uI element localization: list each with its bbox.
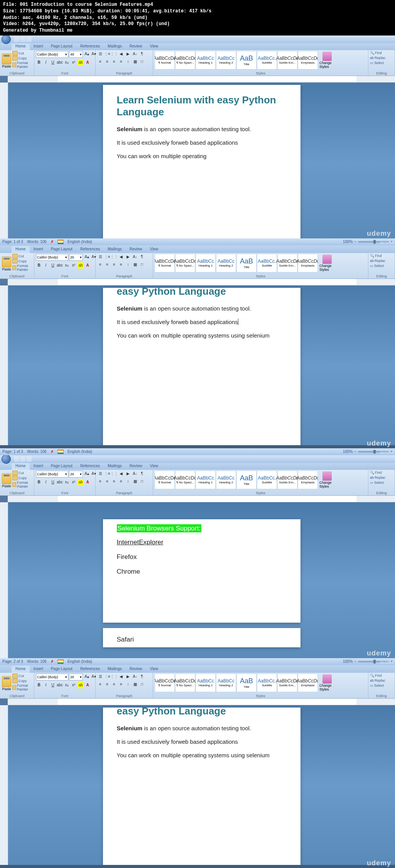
spell-check-icon[interactable]: ✗ bbox=[51, 240, 54, 244]
font-name-select[interactable]: Calibri (Body)▾ bbox=[36, 51, 68, 58]
align-center-button[interactable]: ≡ bbox=[104, 59, 110, 65]
tab-insert[interactable]: Insert bbox=[30, 666, 47, 673]
cut-button[interactable]: Cut bbox=[12, 254, 32, 258]
tab-page-layout[interactable]: Page Layout bbox=[47, 43, 76, 50]
style-gallery[interactable]: AaBbCcDc¶ Normal AaBbCcDc¶ No Spaci... A… bbox=[155, 51, 318, 69]
highlight-button[interactable]: ab bbox=[78, 262, 84, 269]
font-size-select[interactable]: 26▾ bbox=[69, 254, 83, 261]
tab-mailings[interactable]: Mailings bbox=[104, 43, 126, 50]
subscript-button[interactable]: x₂ bbox=[64, 262, 70, 269]
underline-button[interactable]: U bbox=[50, 262, 56, 269]
horizontal-ruler[interactable] bbox=[8, 699, 395, 705]
font-name-select[interactable]: Calibri (Body)▾ bbox=[36, 471, 68, 478]
style-subtitle[interactable]: AaBbCc.Subtitle bbox=[257, 51, 277, 69]
tab-page-layout[interactable]: Page Layout bbox=[47, 463, 76, 470]
style-gallery[interactable]: AaBbCcDc¶ Normal AaBbCcDc¶ No Spaci... A… bbox=[155, 674, 318, 692]
line-spacing-button[interactable]: ↕ bbox=[125, 59, 131, 65]
tab-insert[interactable]: Insert bbox=[30, 43, 47, 50]
style-title[interactable]: AaBTitle bbox=[236, 254, 257, 272]
tab-references[interactable]: References bbox=[76, 43, 104, 50]
tab-page-layout[interactable]: Page Layout bbox=[47, 666, 76, 673]
zoom-out-button[interactable]: − bbox=[354, 240, 356, 244]
office-button[interactable] bbox=[2, 35, 11, 44]
grow-font-button[interactable]: A▴ bbox=[84, 51, 90, 57]
paste-button[interactable]: Paste bbox=[2, 254, 12, 274]
tab-view[interactable]: View bbox=[146, 666, 162, 673]
strike-button[interactable]: abc bbox=[57, 262, 63, 269]
select-button[interactable]: ▭Select bbox=[370, 61, 384, 65]
style-heading1[interactable]: AaBbCcHeading 1 bbox=[196, 51, 216, 69]
tab-review[interactable]: Review bbox=[126, 43, 146, 50]
strike-button[interactable]: abc bbox=[57, 59, 63, 66]
format-painter-button[interactable]: Format Painter bbox=[12, 684, 32, 691]
style-no-spacing[interactable]: AaBbCcDc¶ No Spaci... bbox=[175, 254, 195, 272]
tab-review[interactable]: Review bbox=[126, 666, 146, 673]
font-name-select[interactable]: Calibri (Body)▾ bbox=[36, 254, 68, 261]
font-size-select[interactable]: 48▾ bbox=[69, 51, 83, 58]
horizontal-ruler[interactable] bbox=[8, 279, 395, 285]
increase-indent-button[interactable]: ▶ bbox=[125, 51, 131, 57]
page-indicator[interactable]: Page: 2 of 3 bbox=[2, 659, 23, 664]
tab-home[interactable]: Home bbox=[12, 666, 30, 673]
tab-references[interactable]: References bbox=[76, 666, 104, 673]
style-subtle-em[interactable]: AaBbCcDcSubtle Em... bbox=[277, 254, 297, 272]
justify-button[interactable]: ≡ bbox=[118, 59, 124, 65]
vertical-ruler[interactable] bbox=[0, 285, 8, 445]
shading-button[interactable]: ▦ bbox=[132, 59, 138, 65]
show-marks-button[interactable]: ¶ bbox=[139, 51, 145, 57]
document-area[interactable]: easy Python Language Selenium is an open… bbox=[8, 285, 395, 445]
font-color-button[interactable]: A bbox=[84, 59, 91, 66]
subscript-button[interactable]: x₂ bbox=[64, 59, 70, 66]
change-styles-button[interactable]: Change Styles bbox=[319, 471, 336, 489]
align-right-button[interactable]: ≡ bbox=[111, 59, 117, 65]
horizontal-ruler[interactable] bbox=[8, 496, 395, 502]
highlight-button[interactable]: ab bbox=[78, 59, 84, 66]
font-size-select[interactable]: 26▾ bbox=[69, 674, 83, 681]
style-normal[interactable]: AaBbCcDc¶ Normal bbox=[155, 51, 175, 69]
horizontal-ruler[interactable] bbox=[8, 76, 395, 83]
font-color-button[interactable]: A bbox=[84, 262, 91, 269]
format-painter-button[interactable]: Format Painter bbox=[12, 61, 32, 69]
word-count[interactable]: Words: 106 bbox=[27, 240, 47, 244]
cut-button[interactable]: Cut bbox=[12, 51, 32, 56]
sort-button[interactable]: A↓ bbox=[132, 51, 138, 57]
find-button[interactable]: 🔍Find bbox=[370, 51, 382, 55]
page-indicator[interactable]: Page: 1 of 3 bbox=[2, 449, 23, 454]
zoom-level[interactable]: 100% bbox=[343, 240, 353, 244]
tab-home[interactable]: Home bbox=[12, 246, 30, 253]
font-name-select[interactable]: Calibri (Body)▾ bbox=[36, 674, 68, 681]
style-heading2[interactable]: AaBbCcHeading 2 bbox=[216, 254, 236, 272]
language-indicator[interactable]: English (India) bbox=[68, 449, 92, 454]
style-emphasis[interactable]: AaBbCcDcEmphasis bbox=[298, 254, 318, 272]
style-heading2[interactable]: AaBbCcHeading 2 bbox=[216, 51, 236, 69]
tab-insert[interactable]: Insert bbox=[30, 246, 47, 253]
vertical-ruler[interactable] bbox=[0, 83, 8, 242]
office-button[interactable] bbox=[2, 455, 11, 464]
bold-button[interactable]: B bbox=[36, 59, 42, 66]
numbering-button[interactable]: ⋮≡ bbox=[104, 51, 110, 57]
style-subtitle[interactable]: AaBbCc.Subtitle bbox=[257, 254, 277, 272]
select-button[interactable]: ▭Select bbox=[370, 264, 384, 268]
document-area[interactable]: easy Python Language Selenium is an open… bbox=[8, 705, 395, 865]
style-emphasis[interactable]: AaBbCcDcEmphasis bbox=[298, 51, 318, 69]
italic-button[interactable]: I bbox=[43, 59, 49, 66]
tab-view[interactable]: View bbox=[146, 463, 162, 470]
tab-mailings[interactable]: Mailings bbox=[104, 463, 126, 470]
tab-view[interactable]: View bbox=[146, 43, 162, 50]
paste-button[interactable]: Paste bbox=[2, 471, 12, 491]
tab-references[interactable]: References bbox=[76, 246, 104, 253]
tab-view[interactable]: View bbox=[146, 246, 162, 253]
quick-access-toolbar[interactable] bbox=[14, 37, 32, 42]
change-styles-button[interactable]: Change Styles bbox=[319, 51, 336, 69]
style-gallery[interactable]: AaBbCcDc¶ Normal AaBbCcDc¶ No Spaci... A… bbox=[155, 471, 318, 489]
vertical-ruler[interactable] bbox=[0, 502, 8, 662]
change-styles-button[interactable]: Change Styles bbox=[319, 254, 336, 272]
page-indicator[interactable]: Page: 1 of 3 bbox=[2, 240, 23, 244]
underline-button[interactable]: U bbox=[50, 59, 56, 66]
paste-button[interactable]: Paste bbox=[2, 674, 12, 694]
language-indicator[interactable]: English (India) bbox=[68, 659, 92, 664]
format-painter-button[interactable]: Format Painter bbox=[12, 481, 32, 488]
grow-font-button[interactable]: A▴ bbox=[84, 254, 90, 260]
copy-button[interactable]: Copy bbox=[12, 259, 32, 263]
tab-insert[interactable]: Insert bbox=[30, 463, 47, 470]
